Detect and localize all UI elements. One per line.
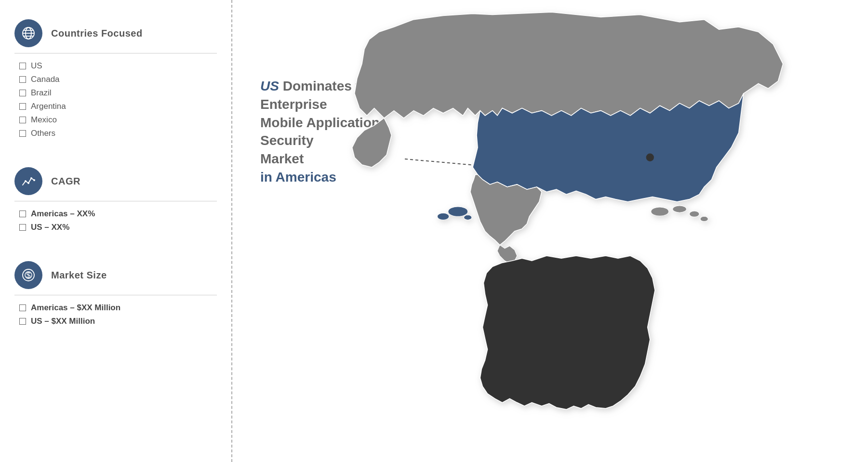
countries-list: US Canada Brazil Argentina Mexico Others <box>14 61 217 138</box>
svg-point-20 <box>700 216 708 221</box>
cagr-section: CAGR Americas – XX% US – XX% <box>14 167 217 232</box>
market-size-header: $ Market Size <box>14 261 217 289</box>
list-item: Brazil <box>19 88 217 98</box>
list-item: Argentina <box>19 102 217 111</box>
list-item: US <box>19 61 217 71</box>
cagr-divider <box>14 201 217 201</box>
checkbox-icon <box>19 63 26 69</box>
checkbox-icon <box>19 103 26 110</box>
svg-point-14 <box>448 207 468 216</box>
svg-point-19 <box>689 211 699 217</box>
list-item: Others <box>19 129 217 138</box>
list-item: Americas – $XX Million <box>19 303 217 313</box>
us-center-dot <box>646 154 654 161</box>
checkbox-icon <box>19 76 26 83</box>
svg-point-6 <box>27 182 29 184</box>
left-panel: Countries Focused US Canada Brazil Argen… <box>14 19 217 355</box>
dollar-icon: $ <box>21 267 36 283</box>
checkbox-icon <box>19 117 26 123</box>
list-item: Americas – XX% <box>19 209 217 219</box>
checkbox-icon <box>19 304 26 311</box>
list-item: US – $XX Million <box>19 317 217 326</box>
market-size-section: $ Market Size Americas – $XX Million US … <box>14 261 217 326</box>
countries-header: Countries Focused <box>14 19 217 47</box>
market-size-title: Market Size <box>51 270 107 281</box>
svg-point-18 <box>673 206 687 212</box>
checkbox-icon <box>19 224 26 231</box>
svg-point-16 <box>464 215 471 220</box>
svg-point-8 <box>33 179 35 181</box>
cagr-title: CAGR <box>51 176 80 187</box>
svg-point-5 <box>25 180 27 182</box>
list-item: Mexico <box>19 115 217 125</box>
dollar-icon-circle: $ <box>14 261 42 289</box>
svg-point-7 <box>30 177 32 179</box>
checkbox-icon <box>19 130 26 137</box>
americas-map <box>289 5 843 458</box>
countries-title: Countries Focused <box>51 28 143 39</box>
annotation-us: US <box>260 79 283 93</box>
svg-point-15 <box>437 213 449 220</box>
checkbox-icon <box>19 318 26 325</box>
chart-icon-circle <box>14 167 42 195</box>
countries-divider <box>14 53 217 53</box>
cagr-header: CAGR <box>14 167 217 195</box>
checkbox-icon <box>19 90 26 96</box>
globe-icon-circle <box>14 19 42 47</box>
checkbox-icon <box>19 211 26 217</box>
list-item: Canada <box>19 75 217 84</box>
vertical-divider <box>231 0 232 462</box>
list-item: US – XX% <box>19 223 217 232</box>
cagr-list: Americas – XX% US – XX% <box>14 209 217 232</box>
countries-section: Countries Focused US Canada Brazil Argen… <box>14 19 217 138</box>
chart-icon <box>21 173 36 189</box>
globe-icon <box>21 26 36 41</box>
svg-point-17 <box>651 207 669 216</box>
market-size-divider <box>14 295 217 295</box>
market-size-list: Americas – $XX Million US – $XX Million <box>14 303 217 326</box>
